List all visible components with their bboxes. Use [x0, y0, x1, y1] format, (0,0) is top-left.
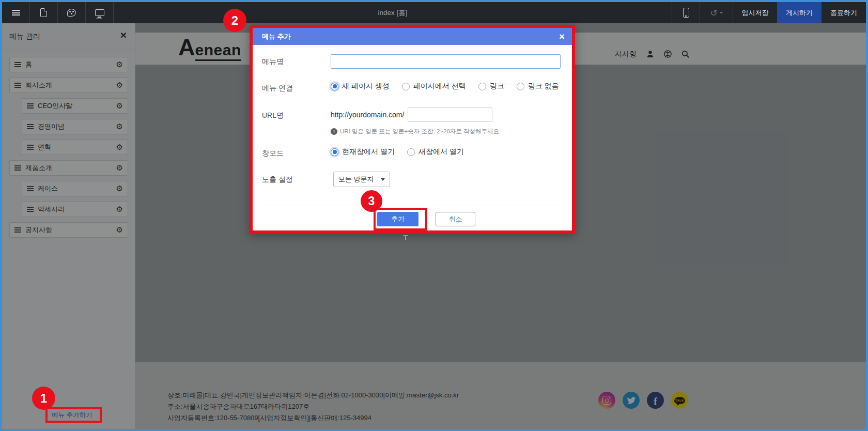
- annotation-box-step3: [374, 208, 427, 230]
- menu-link-options: 새 페이지 생성 페이지에서 선택 링크 링크 없음: [331, 82, 559, 91]
- desktop-view-button[interactable]: [86, 2, 114, 23]
- radio-no-link[interactable]: 링크 없음: [517, 82, 559, 91]
- url-help: ! URL명은 영문 또는 영문+숫자 조합, 2~20자로 작성해주세요.: [331, 128, 501, 135]
- visibility-dropdown[interactable]: 모든 방문자: [333, 172, 390, 187]
- pages-button[interactable]: [30, 2, 58, 23]
- radio-link[interactable]: 링크: [478, 82, 504, 91]
- modal-header: 메뉴 추가 ×: [253, 28, 572, 45]
- url-input[interactable]: [408, 107, 492, 122]
- annotation-step1-badge: 1: [32, 387, 55, 410]
- add-menu-modal: 메뉴 추가 × 메뉴명 메뉴 연결 새 페이지 생성 페이지에서 선택 링크 링…: [250, 25, 575, 234]
- chevron-down-icon: [720, 12, 723, 14]
- publish-button[interactable]: 게시하기: [777, 2, 822, 23]
- hamburger-icon: [12, 9, 20, 17]
- radio-icon: [478, 83, 486, 90]
- temp-save-button[interactable]: 임시저장: [733, 2, 777, 23]
- mobile-view-button[interactable]: [672, 2, 700, 23]
- undo-button[interactable]: ↺: [700, 2, 733, 23]
- main-menu-button[interactable]: [2, 2, 30, 23]
- dropdown-caret-icon: [381, 178, 385, 181]
- visibility-label: 노출 설정: [262, 175, 293, 184]
- annotation-step2-badge: 2: [223, 9, 246, 32]
- visibility-selected-value: 모든 방문자: [338, 175, 381, 184]
- radio-icon: [402, 83, 410, 90]
- menu-name-label: 메뉴명: [262, 57, 284, 67]
- url-help-text: URL명은 영문 또는 영문+숫자 조합, 2~20자로 작성해주세요.: [340, 128, 501, 135]
- menu-name-input[interactable]: [331, 54, 561, 69]
- topbar-left-tools: [2, 2, 114, 23]
- url-field-row: http://yourdomain.com/: [331, 107, 492, 122]
- modal-close-button[interactable]: ×: [559, 32, 565, 41]
- menu-link-label: 메뉴 연결: [262, 84, 293, 93]
- radio-current-window[interactable]: 현재창에서 열기: [331, 147, 395, 157]
- annotation-box-step1: [45, 407, 102, 423]
- radio-icon: [407, 148, 415, 156]
- info-icon: !: [331, 128, 337, 135]
- mobile-icon: [683, 8, 689, 18]
- window-mode-label: 창모드: [262, 149, 284, 158]
- editor-topbar: index [홈] ↺ 임시저장 게시하기 종료하기: [2, 2, 866, 23]
- page-icon: [40, 8, 47, 17]
- url-label: URL명: [262, 111, 284, 120]
- document-title: index [홈]: [114, 2, 672, 23]
- editor-window: index [홈] ↺ 임시저장 게시하기 종료하기 메뉴 관리 × 홈 ⚙ 회…: [0, 0, 868, 431]
- radio-new-page[interactable]: 새 페이지 생성: [331, 82, 390, 91]
- radio-select-page[interactable]: 페이지에서 선택: [402, 82, 466, 91]
- url-prefix: http://yourdomain.com/: [331, 111, 404, 119]
- modal-footer-divider: [253, 206, 572, 206]
- cancel-button[interactable]: 취소: [436, 212, 475, 226]
- topbar-right-tools: ↺ 임시저장 게시하기 종료하기: [672, 2, 866, 23]
- annotation-step3-badge: 3: [361, 190, 382, 212]
- mouse-cursor: [403, 235, 408, 240]
- window-mode-options: 현재창에서 열기 새창에서 열기: [331, 147, 464, 157]
- radio-new-window[interactable]: 새창에서 열기: [407, 147, 464, 157]
- radio-icon: [517, 83, 524, 90]
- monitor-icon: [95, 9, 104, 16]
- radio-icon: [331, 83, 338, 90]
- exit-button[interactable]: 종료하기: [822, 2, 866, 23]
- palette-icon: [67, 9, 76, 17]
- theme-button[interactable]: [58, 2, 86, 23]
- radio-icon: [331, 148, 338, 156]
- modal-title: 메뉴 추가: [262, 32, 559, 41]
- undo-icon: ↺: [710, 8, 717, 18]
